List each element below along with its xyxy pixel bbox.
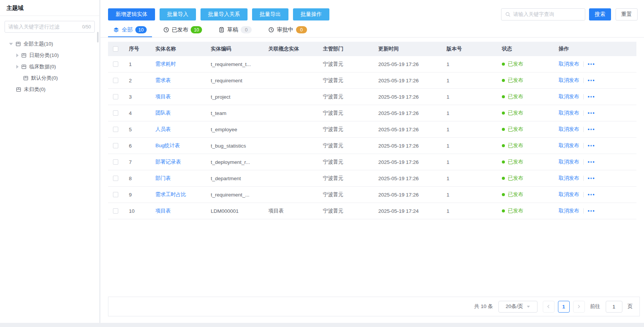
entity-name-link[interactable]: 需求表 bbox=[155, 77, 211, 84]
keyword-search-input[interactable]: 请输入关键字查询 bbox=[501, 8, 585, 20]
cell-entity-code: t_requirement_... bbox=[211, 192, 268, 198]
more-actions-icon[interactable] bbox=[588, 161, 594, 163]
unpublish-link[interactable]: 取消发布 bbox=[559, 191, 579, 198]
status-label: 已发布 bbox=[508, 142, 523, 149]
table-row: 10项目表LDM000001项目表宁波普元2025-05-19 17:241已发… bbox=[108, 203, 636, 219]
reset-button[interactable]: 重置 bbox=[616, 8, 638, 20]
tree-node-1[interactable]: 日期分类(10) bbox=[0, 50, 99, 61]
toolbar-button-0[interactable]: 新增逻辑实体 bbox=[108, 8, 155, 20]
cell-no: 3 bbox=[129, 94, 155, 100]
more-actions-icon[interactable] bbox=[588, 194, 594, 195]
entity-name-link[interactable]: 团队表 bbox=[155, 110, 211, 116]
action-divider bbox=[583, 127, 584, 132]
cell-no: 8 bbox=[129, 176, 155, 181]
row-checkbox[interactable] bbox=[113, 143, 118, 148]
tree-filter-input[interactable]: 请输入关键字进行过滤 0/50 bbox=[5, 21, 95, 33]
entity-name-link[interactable]: 需求耗时 bbox=[155, 61, 211, 68]
more-actions-icon[interactable] bbox=[588, 178, 594, 179]
unpublish-link[interactable]: 取消发布 bbox=[559, 142, 579, 149]
unpublish-link[interactable]: 取消发布 bbox=[559, 208, 579, 214]
toolbar-button-3[interactable]: 批量导出 bbox=[252, 8, 288, 20]
page-size-select[interactable]: 20条/页 bbox=[498, 301, 537, 313]
more-actions-icon[interactable] bbox=[588, 129, 594, 130]
row-checkbox[interactable] bbox=[113, 192, 118, 197]
more-actions-icon[interactable] bbox=[588, 96, 594, 97]
cell-version: 1 bbox=[447, 110, 502, 116]
cell-updated-time: 2025-05-19 17:26 bbox=[378, 159, 447, 165]
tab-0[interactable]: 全部10 bbox=[108, 23, 152, 37]
status-dot-icon bbox=[502, 209, 505, 212]
cell-version: 1 bbox=[447, 159, 502, 165]
cell-updated-time: 2025-05-19 17:26 bbox=[378, 176, 447, 181]
more-actions-icon[interactable] bbox=[588, 145, 594, 146]
tab-count-badge: 10 bbox=[135, 26, 147, 33]
cell-department: 宁波普元 bbox=[323, 175, 378, 182]
cell-no: 9 bbox=[129, 192, 155, 198]
pagination-total: 共 10 条 bbox=[474, 303, 493, 310]
layers-icon bbox=[113, 27, 119, 33]
unpublish-link[interactable]: 取消发布 bbox=[559, 77, 579, 84]
cell-entity-code: LDM000001 bbox=[211, 208, 268, 214]
entity-name-link[interactable]: 项目表 bbox=[155, 93, 211, 100]
tree-node-3[interactable]: 默认分类(0) bbox=[0, 72, 99, 84]
tab-3[interactable]: 审批中0 bbox=[263, 23, 312, 37]
page-1-button[interactable]: 1 bbox=[558, 301, 570, 313]
unpublish-link[interactable]: 取消发布 bbox=[559, 61, 579, 68]
unpublish-link[interactable]: 取消发布 bbox=[559, 159, 579, 165]
row-checkbox[interactable] bbox=[113, 127, 118, 132]
tree-node-0[interactable]: 全部主题(10) bbox=[0, 38, 99, 50]
status-dot-icon bbox=[502, 160, 505, 164]
unpublish-link[interactable]: 取消发布 bbox=[559, 110, 579, 116]
tab-2[interactable]: 草稿0 bbox=[213, 23, 257, 37]
entity-name-link[interactable]: 需求工时占比 bbox=[155, 191, 211, 198]
search-button[interactable]: 搜索 bbox=[589, 8, 611, 20]
unpublish-link[interactable]: 取消发布 bbox=[559, 93, 579, 100]
unpublish-link[interactable]: 取消发布 bbox=[559, 126, 579, 133]
toolbar-button-2[interactable]: 批量导入关系 bbox=[201, 8, 248, 20]
more-actions-icon[interactable] bbox=[588, 112, 594, 114]
unpublish-link[interactable]: 取消发布 bbox=[559, 175, 579, 182]
entity-name-link[interactable]: 项目表 bbox=[155, 208, 211, 214]
table-row: 4团队表t_team宁波普元2025-05-19 17:261已发布取消发布 bbox=[108, 105, 636, 121]
cell-updated-time: 2025-05-19 17:26 bbox=[378, 192, 447, 198]
tab-1[interactable]: 已发布10 bbox=[158, 23, 207, 37]
cell-entity-code: t_employee bbox=[211, 127, 268, 132]
caret-down-icon[interactable] bbox=[9, 43, 13, 45]
row-checkbox[interactable] bbox=[113, 208, 118, 214]
row-checkbox[interactable] bbox=[113, 110, 118, 116]
entity-name-link[interactable]: 人员表 bbox=[155, 126, 211, 133]
col-department: 主管部门 bbox=[323, 46, 378, 52]
more-actions-icon[interactable] bbox=[588, 210, 594, 212]
subject-icon bbox=[16, 87, 21, 92]
more-actions-icon[interactable] bbox=[588, 80, 594, 81]
status-badge: 已发布 bbox=[502, 142, 559, 149]
cell-no: 7 bbox=[129, 159, 155, 165]
sidebar-scrollbar-thumb[interactable] bbox=[97, 32, 99, 42]
caret-right-icon[interactable] bbox=[16, 53, 19, 57]
entity-name-link[interactable]: Bug统计表 bbox=[155, 142, 211, 149]
entity-name-link[interactable]: 部署记录表 bbox=[155, 159, 211, 165]
more-actions-icon[interactable] bbox=[588, 63, 594, 65]
goto-page-input[interactable]: 1 bbox=[606, 301, 622, 313]
cell-entity-code: t_team bbox=[211, 110, 268, 116]
search-icon bbox=[505, 12, 511, 17]
row-checkbox[interactable] bbox=[113, 61, 118, 67]
cell-updated-time: 2025-05-19 17:26 bbox=[378, 127, 447, 132]
row-checkbox[interactable] bbox=[113, 94, 118, 99]
tree-node-4[interactable]: 未归类(0) bbox=[0, 84, 99, 95]
cell-updated-time: 2025-05-19 17:26 bbox=[378, 61, 447, 67]
prev-page-button[interactable] bbox=[543, 301, 555, 313]
toolbar-button-4[interactable]: 批量操作 bbox=[293, 8, 329, 20]
row-checkbox[interactable] bbox=[113, 159, 118, 165]
toolbar-button-1[interactable]: 批量导入 bbox=[160, 8, 196, 20]
cell-version: 1 bbox=[447, 78, 502, 83]
row-checkbox[interactable] bbox=[113, 176, 118, 181]
status-badge: 已发布 bbox=[502, 191, 559, 198]
caret-right-icon[interactable] bbox=[16, 65, 19, 69]
select-all-checkbox[interactable] bbox=[113, 46, 118, 52]
entity-name-link[interactable]: 部门表 bbox=[155, 175, 211, 182]
row-checkbox[interactable] bbox=[113, 78, 118, 83]
status-badge: 已发布 bbox=[502, 126, 559, 133]
tree-node-2[interactable]: 临床数据(0) bbox=[0, 61, 99, 72]
next-page-button[interactable] bbox=[573, 301, 585, 313]
